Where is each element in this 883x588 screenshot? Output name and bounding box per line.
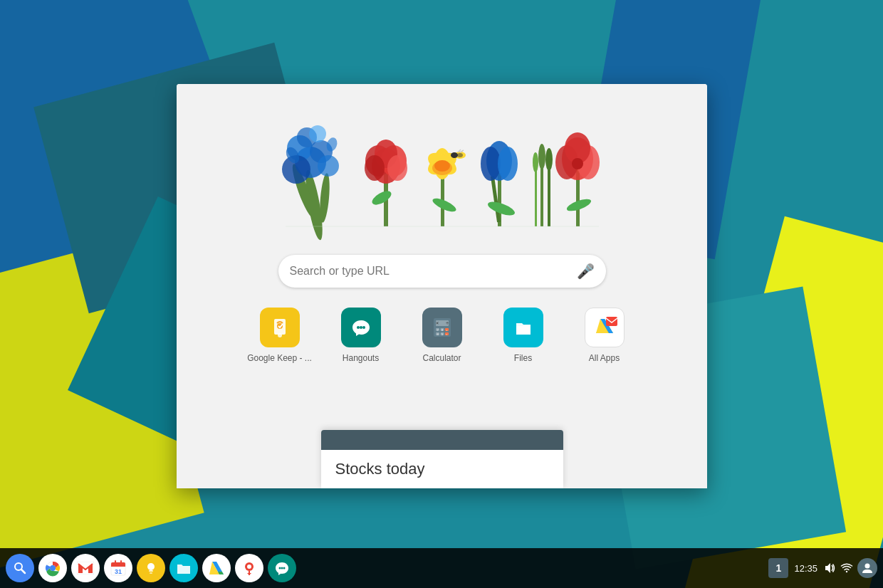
svg-point-91 [147,563,155,570]
wifi-icon[interactable] [840,562,853,574]
svg-point-102 [283,567,286,569]
svg-point-9 [309,125,326,142]
svg-point-83 [51,566,56,571]
taskbar-calendar-icon[interactable]: 31 [104,554,132,582]
taskbar-keep-icon[interactable] [137,554,165,582]
taskbar-maps-icon[interactable] [235,554,263,582]
user-avatar[interactable] [857,558,877,578]
app-shortcut-calculator[interactable]: ÷ × 7 8 4 5 + = [410,308,474,363]
svg-point-37 [498,147,518,181]
svg-rect-78 [606,317,617,326]
svg-point-103 [865,564,870,569]
taskbar-icons: 31 [6,554,768,582]
svg-point-26 [434,160,450,172]
taskbar-hangouts-icon[interactable] [268,554,296,582]
taskbar-chrome-icon[interactable] [38,554,67,582]
svg-rect-93 [150,572,152,574]
status-icons [823,558,877,578]
svg-point-13 [370,188,393,207]
svg-point-2 [318,173,330,224]
allapps-label: All Apps [589,353,620,363]
time-display: 12:35 [794,563,817,574]
stocks-body: Stocks today [321,450,563,488]
hangouts-icon [341,308,381,347]
svg-rect-40 [535,168,537,226]
microphone-icon[interactable]: 🎤 [577,263,595,280]
app-shortcut-files[interactable]: Files [491,308,555,363]
svg-rect-39 [548,166,550,226]
taskbar: 31 [0,548,883,588]
svg-rect-74 [516,326,531,335]
svg-point-28 [451,152,458,158]
svg-point-18 [365,155,385,181]
app-shortcut-keep[interactable]: Google Keep - ... [248,308,312,363]
google-doodle [205,98,679,241]
doodle-svg [271,105,613,241]
allapps-icon [585,308,625,347]
svg-point-36 [481,147,501,181]
svg-rect-92 [149,570,153,572]
hangouts-label: Hangouts [343,353,379,363]
search-input[interactable] [290,265,577,278]
svg-point-43 [533,152,538,172]
calculator-label: Calculator [422,353,461,363]
workspace-indicator[interactable]: 1 [768,558,788,578]
files-label: Files [514,353,532,363]
svg-point-99 [247,565,251,569]
keep-icon [260,308,300,347]
stocks-header [321,430,563,450]
browser-window: 🎤 Google Keep - ... [177,84,707,488]
svg-point-29 [457,153,463,157]
svg-point-53 [278,333,282,337]
svg-line-80 [21,569,25,573]
svg-point-41 [538,144,545,169]
svg-text:×: × [436,320,439,326]
app-shortcut-allapps[interactable]: All Apps [573,308,637,363]
taskbar-files-icon[interactable] [169,554,198,582]
svg-text:31: 31 [115,568,122,575]
volume-icon[interactable] [823,562,836,574]
keep-label: Google Keep - ... [247,353,312,363]
svg-point-7 [318,155,339,177]
svg-point-42 [545,148,553,171]
svg-point-56 [360,326,362,329]
stocks-card: Stocks today [321,430,563,488]
app-shortcut-hangouts[interactable]: Hangouts [329,308,393,363]
taskbar-drive-icon[interactable] [202,554,231,582]
svg-point-50 [572,158,583,169]
svg-point-19 [387,155,407,181]
svg-rect-38 [540,162,543,226]
svg-rect-87 [111,565,125,567]
taskbar-gmail-icon[interactable] [71,554,100,582]
taskbar-search-icon[interactable] [6,554,34,582]
stocks-title: Stocks today [335,460,425,478]
svg-text:÷: ÷ [446,320,449,326]
taskbar-right: 1 12:35 [768,558,877,578]
svg-point-100 [279,567,281,569]
browser-content: 🎤 Google Keep - ... [177,84,707,488]
svg-point-101 [281,567,283,569]
svg-point-57 [362,326,365,329]
app-shortcuts: Google Keep - ... Hangouts [248,308,637,363]
files-icon [503,308,543,347]
svg-point-55 [357,326,360,329]
search-bar[interactable]: 🎤 [278,255,606,288]
calculator-icon: ÷ × 7 8 4 5 + = [422,308,462,347]
